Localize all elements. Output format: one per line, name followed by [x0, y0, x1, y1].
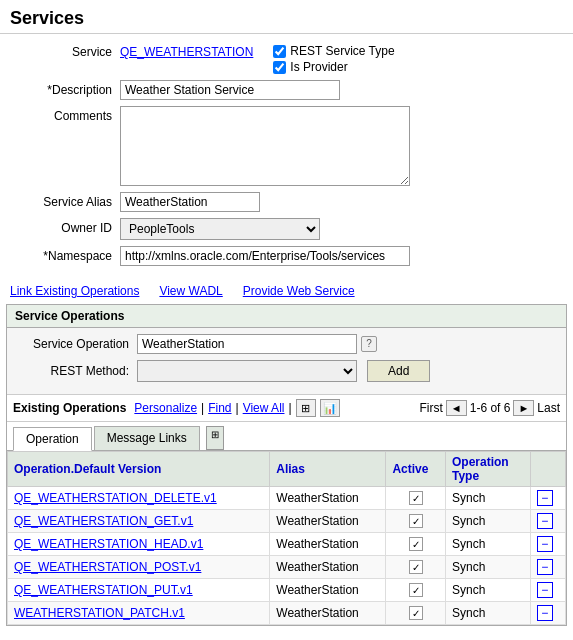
table-row: QE_WEATHERSTATION_HEAD.v1 WeatherStation…: [8, 533, 566, 556]
table-row: QE_WEATHERSTATION_POST.v1 WeatherStation…: [8, 556, 566, 579]
cell-alias: WeatherStation: [270, 556, 386, 579]
table-header-row: Operation.Default Version Alias Active O…: [8, 452, 566, 487]
svc-op-operation-row: Service Operation ?: [17, 334, 556, 354]
service-row: Service QE_WEATHERSTATION REST Service T…: [10, 42, 563, 74]
first-label: First: [420, 401, 443, 415]
cell-minus: −: [530, 510, 565, 533]
cell-type: Synch: [446, 556, 531, 579]
service-operation-input[interactable]: [137, 334, 357, 354]
active-checkbox[interactable]: [409, 491, 423, 505]
cell-alias: WeatherStation: [270, 533, 386, 556]
cell-operation: QE_WEATHERSTATION_GET.v1: [8, 510, 270, 533]
cell-alias: WeatherStation: [270, 510, 386, 533]
tab-operation[interactable]: Operation: [13, 427, 92, 451]
is-provider-checkbox-item: Is Provider: [273, 60, 394, 74]
remove-button[interactable]: −: [537, 513, 553, 529]
operations-table: Operation.Default Version Alias Active O…: [7, 451, 566, 625]
nav-range: 1-6 of 6: [470, 401, 511, 415]
active-checkbox[interactable]: [409, 583, 423, 597]
rest-service-type-checkbox[interactable]: [273, 45, 286, 58]
service-alias-row: Service Alias: [10, 192, 563, 212]
service-alias-input[interactable]: [120, 192, 260, 212]
remove-button[interactable]: −: [537, 605, 553, 621]
remove-button[interactable]: −: [537, 582, 553, 598]
page-title: Services: [10, 8, 563, 29]
cell-minus: −: [530, 579, 565, 602]
tabs-bar: Operation Message Links ⊞: [7, 422, 566, 451]
form-section: Service QE_WEATHERSTATION REST Service T…: [0, 34, 573, 280]
chart-icon[interactable]: 📊: [320, 399, 340, 417]
link-existing-operations[interactable]: Link Existing Operations: [10, 284, 139, 298]
cell-operation: QE_WEATHERSTATION_DELETE.v1: [8, 487, 270, 510]
add-button[interactable]: Add: [367, 360, 430, 382]
cell-alias: WeatherStation: [270, 579, 386, 602]
cell-type: Synch: [446, 602, 531, 625]
table-row: QE_WEATHERSTATION_PUT.v1 WeatherStation …: [8, 579, 566, 602]
description-label: *Description: [10, 80, 120, 97]
rest-method-select[interactable]: [137, 360, 357, 382]
personalize-link[interactable]: Personalize: [134, 401, 197, 415]
next-button[interactable]: ►: [513, 400, 534, 416]
service-alias-label: Service Alias: [10, 192, 120, 209]
tab-message-links[interactable]: Message Links: [94, 426, 200, 450]
rest-service-type-label: REST Service Type: [290, 44, 394, 58]
is-provider-label: Is Provider: [290, 60, 347, 74]
help-icon[interactable]: ?: [361, 336, 377, 352]
cell-active: [386, 602, 446, 625]
cell-active: [386, 556, 446, 579]
active-checkbox[interactable]: [409, 606, 423, 620]
owner-id-row: Owner ID PeopleTools: [10, 218, 563, 240]
table-row: QE_WEATHERSTATION_DELETE.v1 WeatherStati…: [8, 487, 566, 510]
cell-minus: −: [530, 487, 565, 510]
operation-link[interactable]: QE_WEATHERSTATION_GET.v1: [14, 514, 193, 528]
active-checkbox[interactable]: [409, 537, 423, 551]
active-checkbox[interactable]: [409, 514, 423, 528]
find-link[interactable]: Find: [208, 401, 231, 415]
existing-ops-bar: Existing Operations Personalize | Find |…: [7, 395, 566, 422]
namespace-label: *Namespace: [10, 246, 120, 263]
rest-method-row: REST Method: Add: [17, 360, 556, 382]
cell-active: [386, 510, 446, 533]
service-operation-form: Service Operation ? REST Method: Add: [7, 328, 566, 395]
service-label: Service: [10, 42, 120, 59]
provide-web-service-link[interactable]: Provide Web Service: [243, 284, 355, 298]
cell-operation: WEATHERSTATION_PATCH.v1: [8, 602, 270, 625]
cell-type: Synch: [446, 510, 531, 533]
col-alias: Alias: [270, 452, 386, 487]
owner-id-select[interactable]: PeopleTools: [120, 218, 320, 240]
table-row: QE_WEATHERSTATION_GET.v1 WeatherStation …: [8, 510, 566, 533]
operation-link[interactable]: QE_WEATHERSTATION_HEAD.v1: [14, 537, 203, 551]
view-wadl-link[interactable]: View WADL: [159, 284, 222, 298]
cell-type: Synch: [446, 579, 531, 602]
col-action: [530, 452, 565, 487]
cell-operation: QE_WEATHERSTATION_PUT.v1: [8, 579, 270, 602]
is-provider-checkbox[interactable]: [273, 61, 286, 74]
operation-link[interactable]: QE_WEATHERSTATION_PUT.v1: [14, 583, 193, 597]
namespace-row: *Namespace: [10, 246, 563, 266]
cell-minus: −: [530, 602, 565, 625]
remove-button[interactable]: −: [537, 490, 553, 506]
description-input[interactable]: [120, 80, 340, 100]
service-link[interactable]: QE_WEATHERSTATION: [120, 42, 253, 59]
cell-minus: −: [530, 533, 565, 556]
remove-button[interactable]: −: [537, 536, 553, 552]
grid-icon[interactable]: ⊞: [296, 399, 316, 417]
operation-link[interactable]: QE_WEATHERSTATION_DELETE.v1: [14, 491, 217, 505]
col-operation: Operation.Default Version: [8, 452, 270, 487]
cell-type: Synch: [446, 533, 531, 556]
description-row: *Description: [10, 80, 563, 100]
active-checkbox[interactable]: [409, 560, 423, 574]
prev-button[interactable]: ◄: [446, 400, 467, 416]
comments-textarea[interactable]: [120, 106, 410, 186]
operation-link[interactable]: WEATHERSTATION_PATCH.v1: [14, 606, 185, 620]
links-bar: Link Existing Operations View WADL Provi…: [0, 280, 573, 304]
namespace-input[interactable]: [120, 246, 410, 266]
tab-icon[interactable]: ⊞: [206, 426, 224, 450]
operation-link[interactable]: QE_WEATHERSTATION_POST.v1: [14, 560, 201, 574]
comments-row: Comments: [10, 106, 563, 186]
service-operations-title: Service Operations: [7, 305, 566, 328]
comments-label: Comments: [10, 106, 120, 123]
view-all-link[interactable]: View All: [243, 401, 285, 415]
svc-op-operation-label: Service Operation: [17, 337, 137, 351]
remove-button[interactable]: −: [537, 559, 553, 575]
